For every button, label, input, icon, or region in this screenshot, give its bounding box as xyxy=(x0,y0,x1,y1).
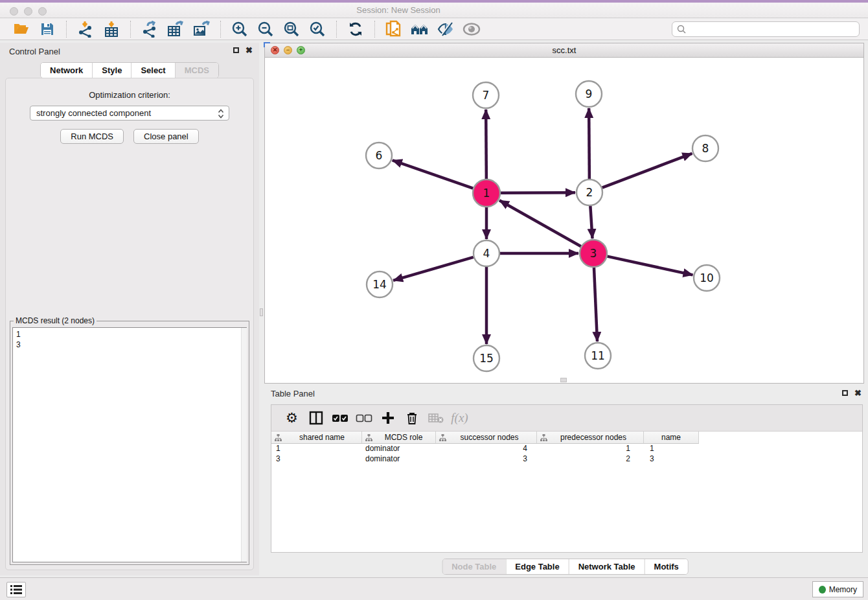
graph-node-14[interactable]: 14 xyxy=(367,271,393,297)
graph-node-4[interactable]: 4 xyxy=(474,240,499,266)
graph-edge-3-1[interactable] xyxy=(499,200,581,246)
close-panel-icon[interactable]: ✖ xyxy=(246,47,253,54)
task-history-button[interactable] xyxy=(6,582,26,597)
run-mcds-button[interactable]: Run MCDS xyxy=(60,129,124,144)
graph-edge-3-10[interactable] xyxy=(607,257,692,275)
import-table-icon[interactable] xyxy=(102,20,121,38)
column-header-name[interactable]: name xyxy=(644,432,699,444)
tab-node-table[interactable]: Node Table xyxy=(442,559,505,574)
zoom-selected-icon[interactable] xyxy=(308,20,327,38)
memory-status-dot xyxy=(819,586,826,594)
graph-edge-4-14[interactable] xyxy=(393,257,474,281)
window-zoom-button[interactable] xyxy=(38,7,47,16)
table-header-row: shared name MCDS role successor nodes pr… xyxy=(271,432,862,444)
deselect-all-columns-icon[interactable] xyxy=(352,408,376,428)
graph-node-label: 8 xyxy=(702,142,709,155)
mcds-panel: Optimization criterion: strongly connect… xyxy=(5,78,254,570)
zoom-fit-icon[interactable] xyxy=(282,20,301,38)
graph-edge-3-11[interactable] xyxy=(594,268,597,341)
graph-node-11[interactable]: 11 xyxy=(585,343,611,369)
splitter-grip[interactable] xyxy=(260,308,263,316)
float-table-panel-icon[interactable] xyxy=(842,390,848,396)
titlebar-accent xyxy=(0,0,868,3)
graph-node-7[interactable]: 7 xyxy=(473,82,499,108)
zoom-out-icon[interactable] xyxy=(256,20,275,38)
select-all-columns-icon[interactable] xyxy=(328,408,352,428)
graph-node-3[interactable]: 3 xyxy=(580,240,607,267)
window-close-button[interactable] xyxy=(10,7,18,16)
tab-network-table[interactable]: Network Table xyxy=(569,559,645,574)
network-resize-grip[interactable] xyxy=(560,378,567,382)
cell-shared-name[interactable]: 3 xyxy=(271,454,362,465)
nested-networks-icon[interactable] xyxy=(410,20,429,38)
cell-shared-name[interactable]: 1 xyxy=(271,444,362,454)
show-columns-icon[interactable] xyxy=(304,408,328,428)
tab-select[interactable]: Select xyxy=(131,63,174,78)
cell-successor-nodes[interactable]: 3 xyxy=(436,454,537,465)
close-table-panel-icon[interactable]: ✖ xyxy=(854,389,862,397)
criterion-select[interactable]: strongly connected component xyxy=(30,106,229,121)
cell-successor-nodes[interactable]: 4 xyxy=(436,444,537,454)
export-table-icon[interactable] xyxy=(166,20,185,38)
column-header-successor-nodes[interactable]: successor nodes xyxy=(436,432,537,444)
delete-table-icon xyxy=(424,408,448,428)
column-header-mcds-role[interactable]: MCDS role xyxy=(362,432,436,444)
graph-node-10[interactable]: 10 xyxy=(694,265,720,291)
graph-node-1[interactable]: 1 xyxy=(473,179,500,207)
cell-predecessor-nodes[interactable]: 2 xyxy=(537,454,644,465)
refresh-icon[interactable] xyxy=(346,20,365,38)
graph-node-label: 10 xyxy=(700,271,714,284)
graph-edge-1-2[interactable] xyxy=(501,192,575,193)
export-network-icon[interactable] xyxy=(140,20,159,38)
memory-button[interactable]: Memory xyxy=(812,581,863,597)
new-network-from-selection-icon[interactable] xyxy=(384,20,404,38)
graphics-details-icon[interactable] xyxy=(436,20,455,38)
create-column-icon[interactable] xyxy=(376,408,400,428)
network-canvas[interactable]: 1234678910111415 xyxy=(265,58,863,383)
table-row[interactable]: 3 dominator 3 2 3 xyxy=(271,454,862,465)
graph-node-15[interactable]: 15 xyxy=(474,345,499,371)
control-panel-tabs: Network Style Select MCDS xyxy=(40,62,219,78)
table-row[interactable]: 1 dominator 4 1 1 xyxy=(271,444,862,454)
graph-node-9[interactable]: 9 xyxy=(576,81,602,107)
cell-mcds-role[interactable]: dominator xyxy=(362,444,436,454)
delete-column-icon[interactable] xyxy=(400,408,424,428)
float-panel-icon[interactable] xyxy=(233,47,239,53)
column-header-predecessor-nodes[interactable]: predecessor nodes xyxy=(537,432,644,444)
save-session-icon[interactable] xyxy=(38,20,57,38)
window-minimize-button[interactable] xyxy=(24,7,32,16)
tab-edge-table[interactable]: Edge Table xyxy=(505,559,568,574)
graph-node-2[interactable]: 2 xyxy=(577,179,602,205)
graph-edge-1-6[interactable] xyxy=(393,160,473,188)
tab-network[interactable]: Network xyxy=(41,63,92,78)
import-network-icon[interactable] xyxy=(76,20,95,38)
graph-node-6[interactable]: 6 xyxy=(366,143,392,168)
graph-edge-1-7[interactable] xyxy=(486,110,486,179)
graph-node-8[interactable]: 8 xyxy=(692,135,718,161)
eye-icon xyxy=(462,20,481,38)
toolbar-separator xyxy=(220,21,221,38)
cell-predecessor-nodes[interactable]: 1 xyxy=(537,444,644,454)
search-box[interactable] xyxy=(672,21,860,37)
export-image-icon[interactable] xyxy=(192,20,211,38)
mcds-result-group: MCDS result (2 nodes) 1 3 xyxy=(10,321,249,565)
graph-edge-2-9[interactable] xyxy=(589,108,589,179)
tab-style[interactable]: Style xyxy=(92,63,131,78)
tab-mcds[interactable]: MCDS xyxy=(175,63,218,78)
table-options-gear-icon[interactable]: ⚙ xyxy=(280,408,304,428)
mcds-result-text[interactable]: 1 3 xyxy=(12,327,247,562)
graph-edge-2-8[interactable] xyxy=(602,154,692,188)
close-panel-button[interactable]: Close panel xyxy=(133,129,199,144)
cell-name[interactable]: 3 xyxy=(644,454,699,465)
column-header-shared-name[interactable]: shared name xyxy=(271,432,362,444)
graph-edge-2-3[interactable] xyxy=(590,206,592,238)
cell-name[interactable]: 1 xyxy=(644,444,699,454)
open-session-icon[interactable] xyxy=(12,20,31,38)
graph-node-label: 7 xyxy=(483,89,490,102)
tab-motifs[interactable]: Motifs xyxy=(645,559,688,574)
zoom-in-icon[interactable] xyxy=(230,20,249,38)
result-scrollbar[interactable] xyxy=(241,328,247,562)
cell-mcds-role[interactable]: dominator xyxy=(362,454,436,465)
search-input[interactable] xyxy=(687,23,859,36)
network-graph[interactable]: 1234678910111415 xyxy=(265,58,863,384)
